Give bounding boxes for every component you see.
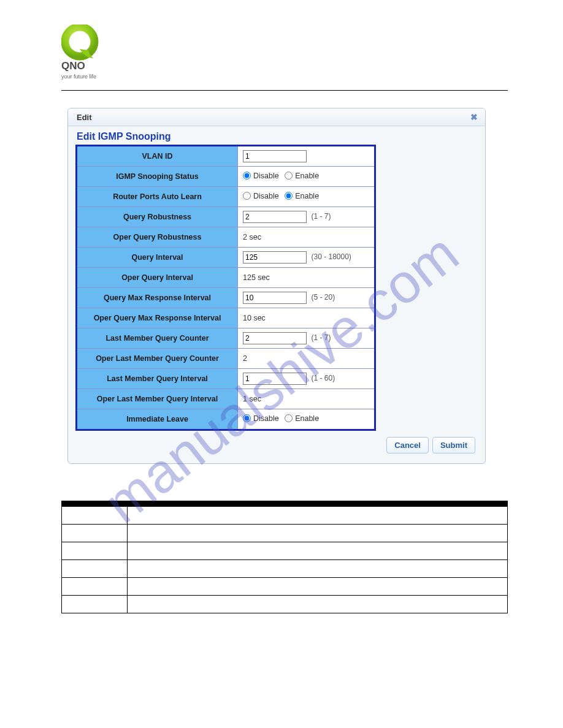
label-oper-qmri: Oper Query Max Response Interval bbox=[77, 308, 238, 328]
imml-disable-label: Disable bbox=[253, 414, 279, 423]
lmqc-input[interactable] bbox=[243, 332, 307, 344]
label-lmqi: Last Member Query Interval bbox=[77, 369, 238, 389]
dialog-button-bar: Cancel Submit bbox=[75, 431, 478, 457]
brand-tagline: your future life bbox=[61, 74, 101, 80]
row-lmqc: Last Member Query Counter (1 - 7) bbox=[77, 328, 375, 349]
oper-lmqi-value: 1 sec bbox=[238, 389, 375, 409]
igmp-form-table: VLAN ID IGMP Snooping Status Disable Ena… bbox=[75, 145, 376, 431]
def-term bbox=[62, 578, 128, 596]
vlan-id-input[interactable] bbox=[243, 150, 307, 162]
row-oper-query-interval: Oper Query Interval 125 sec bbox=[77, 268, 375, 288]
row-lmqi: Last Member Query Interval (1 - 60) bbox=[77, 369, 375, 389]
row-oper-lmqi: Oper Last Member Query Interval 1 sec bbox=[77, 389, 375, 409]
def-desc bbox=[128, 542, 508, 560]
edit-dialog: Edit ✖ Edit IGMP Snooping VLAN ID IGMP S… bbox=[67, 108, 486, 464]
dialog-title: Edit bbox=[77, 113, 92, 122]
q-logo-icon bbox=[61, 25, 101, 61]
def-desc bbox=[128, 596, 508, 613]
row-oper-query-robustness: Oper Query Robustness 2 sec bbox=[77, 227, 375, 248]
row-qmri: Query Max Response Interval (5 - 20) bbox=[77, 288, 375, 308]
def-term bbox=[62, 542, 128, 560]
imml-enable-radio[interactable] bbox=[285, 414, 293, 422]
row-oper-lmqc: Oper Last Member Query Counter 2 bbox=[77, 349, 375, 369]
table-row bbox=[62, 525, 508, 542]
query-interval-hint: (30 - 18000) bbox=[311, 252, 351, 261]
table-row bbox=[62, 507, 508, 525]
label-qmri: Query Max Response Interval bbox=[77, 288, 238, 308]
header-rule bbox=[61, 90, 508, 91]
label-oper-lmqi: Oper Last Member Query Interval bbox=[77, 389, 238, 409]
row-snooping-status: IGMP Snooping Status Disable Enable bbox=[77, 167, 375, 187]
snoop-disable-label: Disable bbox=[253, 172, 279, 180]
def-header-term bbox=[62, 501, 128, 507]
imml-disable-radio[interactable] bbox=[243, 414, 251, 422]
def-desc bbox=[128, 507, 508, 525]
qmri-hint: (5 - 20) bbox=[311, 293, 335, 301]
label-oper-query-robustness: Oper Query Robustness bbox=[77, 227, 238, 248]
def-desc bbox=[128, 560, 508, 578]
def-term bbox=[62, 507, 128, 525]
svg-point-0 bbox=[65, 27, 94, 56]
def-term bbox=[62, 596, 128, 613]
dialog-body: Edit IGMP Snooping VLAN ID IGMP Snooping… bbox=[68, 126, 485, 463]
def-header-desc bbox=[128, 501, 508, 507]
snoop-disable-radio[interactable] bbox=[243, 172, 251, 180]
label-immediate-leave: Immediate Leave bbox=[77, 409, 238, 430]
learn-enable-radio[interactable] bbox=[285, 192, 293, 200]
submit-button[interactable]: Submit bbox=[432, 437, 475, 453]
learn-disable-label: Disable bbox=[253, 192, 279, 200]
oper-query-robustness-value: 2 sec bbox=[238, 227, 375, 248]
def-desc bbox=[128, 525, 508, 542]
def-desc bbox=[128, 578, 508, 596]
snoop-enable-radio[interactable] bbox=[285, 172, 293, 180]
brand-logo: QNO your future life bbox=[61, 25, 101, 80]
oper-query-interval-value: 125 sec bbox=[238, 268, 375, 288]
label-query-interval: Query Interval bbox=[77, 248, 238, 268]
row-query-robustness: Query Robustness (1 - 7) bbox=[77, 207, 375, 227]
snoop-enable-label: Enable bbox=[295, 172, 319, 180]
row-query-interval: Query Interval (30 - 18000) bbox=[77, 248, 375, 268]
dialog-titlebar: Edit ✖ bbox=[68, 108, 485, 126]
label-lmqc: Last Member Query Counter bbox=[77, 328, 238, 349]
label-vlan-id: VLAN ID bbox=[77, 146, 238, 167]
learn-disable-radio[interactable] bbox=[243, 192, 251, 200]
def-term bbox=[62, 560, 128, 578]
label-snooping-status: IGMP Snooping Status bbox=[77, 167, 238, 187]
def-term bbox=[62, 525, 128, 542]
row-immediate-leave: Immediate Leave Disable Enable bbox=[77, 409, 375, 430]
label-oper-query-interval: Oper Query Interval bbox=[77, 268, 238, 288]
close-icon[interactable]: ✖ bbox=[470, 112, 478, 122]
lmqc-hint: (1 - 7) bbox=[311, 333, 331, 342]
oper-qmri-value: 10 sec bbox=[238, 308, 375, 328]
query-interval-input[interactable] bbox=[243, 251, 307, 264]
label-auto-learn: Router Ports Auto Learn bbox=[77, 187, 238, 207]
learn-enable-label: Enable bbox=[295, 192, 319, 200]
label-oper-lmqc: Oper Last Member Query Counter bbox=[77, 349, 238, 369]
imml-enable-label: Enable bbox=[295, 414, 319, 423]
qmri-input[interactable] bbox=[243, 292, 307, 304]
definition-table bbox=[61, 501, 508, 613]
table-row bbox=[62, 542, 508, 560]
oper-lmqc-value: 2 bbox=[238, 349, 375, 369]
query-robustness-input[interactable] bbox=[243, 211, 307, 223]
lmqi-input[interactable] bbox=[243, 373, 307, 385]
table-row bbox=[62, 560, 508, 578]
row-vlan-id: VLAN ID bbox=[77, 146, 375, 167]
label-query-robustness: Query Robustness bbox=[77, 207, 238, 227]
table-row bbox=[62, 596, 508, 613]
table-row bbox=[62, 578, 508, 596]
row-auto-learn: Router Ports Auto Learn Disable Enable bbox=[77, 187, 375, 207]
row-oper-qmri: Oper Query Max Response Interval 10 sec bbox=[77, 308, 375, 328]
lmqi-hint: (1 - 60) bbox=[311, 374, 335, 382]
brand-name: QNO bbox=[61, 60, 101, 72]
cancel-button[interactable]: Cancel bbox=[386, 437, 429, 453]
section-title: Edit IGMP Snooping bbox=[75, 130, 478, 145]
query-robustness-hint: (1 - 7) bbox=[311, 212, 331, 221]
